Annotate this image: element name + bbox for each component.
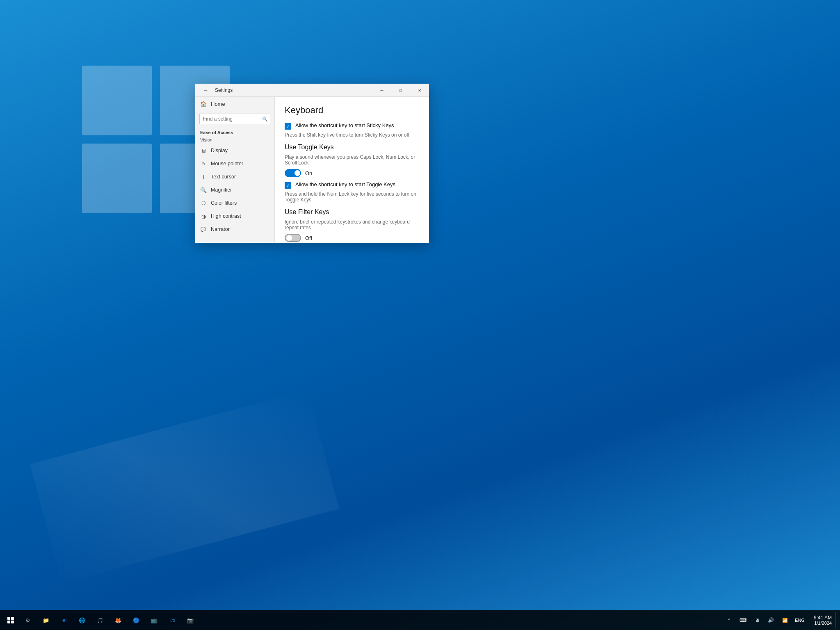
sidebar-item-color-filters[interactable]: ⬡ Color filters: [195, 196, 274, 210]
filter-keys-toggle-desc: Ignore brief or repeated keystrokes and …: [285, 219, 419, 231]
start-button[interactable]: [2, 612, 19, 628]
clock-time: 9:41 AM: [814, 615, 832, 621]
taskbar-app-edge[interactable]: e: [55, 611, 73, 629]
sidebar-highcontrast-label: High contrast: [211, 213, 241, 219]
toggle-keys-checkbox-label: Allow the shortcut key to start Toggle K…: [295, 181, 395, 187]
text-cursor-icon: I: [200, 173, 207, 180]
sticky-keys-checkbox[interactable]: [285, 123, 291, 130]
page-title: Keyboard: [285, 105, 419, 116]
sidebar-display-label: Display: [211, 148, 228, 153]
taskbar-clock[interactable]: 9:41 AM 1/1/2024: [810, 615, 835, 625]
sidebar: 🏠 Home 🔍 Ease of Access Vision 🖥 Display…: [195, 97, 275, 243]
display-icon: 🖥: [200, 147, 207, 154]
language-indicator[interactable]: ENG: [792, 614, 807, 627]
app7-icon: 🔵: [132, 616, 140, 624]
tray-expand[interactable]: ^: [723, 614, 736, 627]
app6-icon: 🦊: [114, 616, 122, 624]
filter-keys-state-label: Off: [305, 235, 312, 241]
close-button[interactable]: ✕: [410, 84, 429, 97]
filter-keys-toggle[interactable]: [285, 234, 301, 242]
settings-window: ← Settings ─ □ ✕ 🏠 Home 🔍 Ease of Access: [195, 84, 429, 243]
taskbar: ⚙ 📁 e 🌐 🎵 🦊 🔵 📺 🗂 📷 ^ ⌨ 🖥 🔊 📶 ENG 9:41 A…: [0, 610, 840, 630]
taskbar-app-10[interactable]: 📷: [181, 611, 199, 629]
sidebar-textcursor-label: Text cursor: [211, 174, 236, 180]
tray-monitor[interactable]: 🖥: [751, 614, 764, 627]
search-button[interactable]: 🔍: [260, 114, 269, 123]
settings-app-icon: ⚙: [24, 616, 32, 624]
narrator-icon: 💬: [200, 226, 207, 233]
toggle-keys-state-label: On: [305, 170, 312, 176]
tray-network[interactable]: 📶: [778, 614, 792, 627]
sidebar-item-mouse-pointer[interactable]: 🖱 Mouse pointer: [195, 157, 274, 170]
home-icon: 🏠: [200, 101, 207, 107]
app4-icon: 🌐: [78, 616, 86, 624]
mouse-pointer-icon: 🖱: [200, 160, 207, 167]
sticky-keys-desc: Press the Shift key five times to turn S…: [285, 132, 419, 138]
sidebar-colorfilters-label: Color filters: [211, 200, 237, 206]
sidebar-magnifier-label: Magnifier: [211, 187, 232, 193]
app9-icon: 🗂: [168, 616, 176, 624]
file-explorer-icon: 📁: [42, 616, 50, 624]
app5-icon: 🎵: [96, 616, 104, 624]
taskbar-app-7[interactable]: 🔵: [127, 611, 145, 629]
taskbar-app-8[interactable]: 📺: [145, 611, 163, 629]
sidebar-item-home[interactable]: 🏠 Home: [195, 97, 274, 111]
back-button[interactable]: ←: [200, 84, 212, 96]
search-input[interactable]: [199, 114, 270, 124]
toggle-keys-checkbox[interactable]: [285, 182, 291, 189]
maximize-button[interactable]: □: [391, 84, 410, 97]
title-bar-left: ← Settings: [200, 84, 233, 96]
window-body: 🏠 Home 🔍 Ease of Access Vision 🖥 Display…: [195, 97, 429, 243]
app8-icon: 📺: [150, 616, 158, 624]
tray-sound[interactable]: 🔊: [765, 614, 778, 627]
system-tray: ^ ⌨ 🖥 🔊 📶 ENG: [719, 614, 810, 627]
color-filters-icon: ⬡: [200, 200, 207, 206]
sidebar-item-narrator[interactable]: 💬 Narrator: [195, 223, 274, 236]
show-desktop-button[interactable]: [835, 612, 838, 628]
taskbar-app-file-explorer[interactable]: 📁: [37, 611, 55, 629]
toggle-keys-section-title: Use Toggle Keys: [285, 144, 419, 151]
taskbar-app-5[interactable]: 🎵: [91, 611, 109, 629]
search-box: 🔍: [199, 114, 270, 124]
sidebar-item-high-contrast[interactable]: ◑ High contrast: [195, 210, 274, 223]
edge-icon: e: [60, 616, 68, 624]
taskbar-app-4[interactable]: 🌐: [73, 611, 91, 629]
title-bar-controls: ─ □ ✕: [372, 84, 429, 96]
toggle-keys-knob: [294, 170, 300, 176]
taskbar-app-6[interactable]: 🦊: [109, 611, 127, 629]
sidebar-item-display[interactable]: 🖥 Display: [195, 144, 274, 157]
magnifier-icon: 🔍: [200, 187, 207, 193]
sticky-keys-setting: Allow the shortcut key to start Sticky K…: [285, 122, 419, 130]
clock-date: 1/1/2024: [814, 621, 832, 625]
tray-keyboard[interactable]: ⌨: [737, 614, 750, 627]
sidebar-item-text-cursor[interactable]: I Text cursor: [195, 170, 274, 183]
ease-of-access-label: Ease of Access: [195, 127, 274, 137]
vision-label: Vision: [195, 137, 274, 144]
taskbar-app-9[interactable]: 🗂: [163, 611, 181, 629]
main-content: Keyboard Allow the shortcut key to start…: [275, 97, 429, 243]
toggle-keys-checkbox-item: Allow the shortcut key to start Toggle K…: [285, 181, 419, 189]
toggle-keys-toggle[interactable]: [285, 169, 301, 177]
app10-icon: 📷: [186, 616, 194, 624]
high-contrast-icon: ◑: [200, 213, 207, 219]
filter-keys-toggle-row: Off: [285, 234, 419, 242]
filter-keys-knob: [286, 235, 292, 241]
sidebar-item-magnifier[interactable]: 🔍 Magnifier: [195, 183, 274, 196]
toggle-keys-checkbox-desc: Press and hold the Num Lock key for five…: [285, 191, 419, 203]
taskbar-app-settings[interactable]: ⚙: [19, 611, 37, 629]
toggle-keys-toggle-desc: Play a sound whenever you press Caps Loc…: [285, 154, 419, 166]
sidebar-mouse-label: Mouse pointer: [211, 161, 243, 167]
sidebar-narrator-label: Narrator: [211, 226, 230, 232]
minimize-button[interactable]: ─: [372, 84, 391, 97]
home-label: Home: [211, 101, 225, 107]
sticky-keys-label: Allow the shortcut key to start Sticky K…: [295, 122, 394, 128]
toggle-keys-toggle-row: On: [285, 169, 419, 177]
filter-keys-section-title: Use Filter Keys: [285, 208, 419, 216]
start-icon: [7, 617, 14, 623]
title-bar: ← Settings ─ □ ✕: [195, 84, 429, 97]
window-title: Settings: [215, 87, 233, 93]
